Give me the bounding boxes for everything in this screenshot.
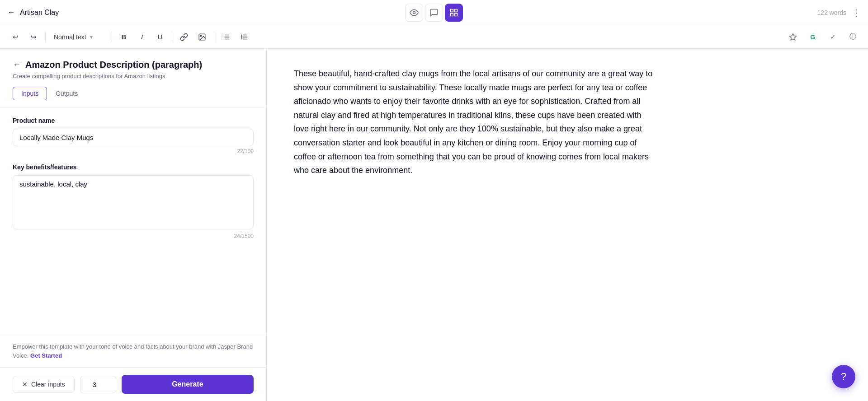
svg-point-0 <box>413 11 415 14</box>
link-button[interactable] <box>176 29 192 45</box>
product-name-label: Product name <box>13 117 254 124</box>
edit-button[interactable] <box>445 4 463 22</box>
svg-rect-4 <box>451 13 453 16</box>
format-select-button[interactable]: Normal text ▼ <box>49 32 108 42</box>
header: ← Artisan Clay 122 words ⋮ <box>0 0 868 25</box>
toolbar-separator-2 <box>112 32 112 42</box>
info-button[interactable]: ⓘ <box>844 29 861 45</box>
header-center-controls <box>405 4 463 22</box>
right-panel: These beautiful, hand-crafted clay mugs … <box>267 49 868 401</box>
toolbar-separator-3 <box>172 32 172 42</box>
toolbar-separator-4 <box>214 32 214 42</box>
editor-content[interactable]: These beautiful, hand-crafted clay mugs … <box>294 67 656 177</box>
clear-inputs-x-icon: ✕ <box>22 381 28 388</box>
help-icon: ? <box>841 371 846 382</box>
quantity-input[interactable] <box>80 376 116 393</box>
grammarly-button[interactable]: G <box>805 29 821 45</box>
svg-point-6 <box>200 35 201 36</box>
italic-button[interactable]: I <box>134 29 150 45</box>
toolbar-separator-1 <box>45 32 46 42</box>
chevron-down-icon: ▼ <box>89 34 94 40</box>
panel-footer: ✕ Clear inputs Generate <box>0 367 266 401</box>
panel-title: Amazon Product Description (paragraph) <box>25 60 202 70</box>
panel-back-button[interactable]: ← <box>13 60 21 70</box>
preview-button[interactable] <box>405 4 423 22</box>
brand-voice-link[interactable]: Get Started <box>30 352 62 359</box>
features-field-group: Key benefits/features 24/1500 <box>13 163 254 239</box>
panel-body: Product name 22/100 Key benefits/feature… <box>0 108 266 335</box>
svg-rect-3 <box>455 13 458 16</box>
magic-button[interactable] <box>785 29 801 45</box>
more-options-button[interactable]: ⋮ <box>852 7 861 18</box>
tabs: Inputs Outputs <box>13 87 254 100</box>
header-left: ← Artisan Clay <box>7 8 59 17</box>
clear-inputs-button[interactable]: ✕ Clear inputs <box>13 376 75 393</box>
generate-button[interactable]: Generate <box>122 375 254 394</box>
help-fab-button[interactable]: ? <box>832 365 855 388</box>
product-name-input[interactable] <box>13 129 254 146</box>
word-count: 122 words <box>817 9 846 16</box>
svg-rect-1 <box>451 9 453 12</box>
tab-outputs[interactable]: Outputs <box>47 87 86 100</box>
bullet-list-button[interactable] <box>218 29 234 45</box>
format-select-label: Normal text <box>54 33 86 41</box>
product-name-char-count: 22/100 <box>13 148 254 154</box>
undo-button[interactable]: ↩ <box>7 29 24 45</box>
check-button[interactable]: ✓ <box>825 29 841 45</box>
features-char-count: 24/1500 <box>13 233 254 239</box>
numbered-list-button[interactable] <box>236 29 252 45</box>
back-button[interactable]: ← <box>7 8 15 17</box>
underline-button[interactable]: U <box>152 29 168 45</box>
clear-inputs-label: Clear inputs <box>31 381 65 388</box>
editor-paragraph[interactable]: These beautiful, hand-crafted clay mugs … <box>294 67 656 177</box>
header-right: 122 words ⋮ <box>817 7 861 18</box>
app-title: Artisan Clay <box>20 9 59 17</box>
svg-marker-16 <box>790 33 797 40</box>
panel-back: ← Amazon Product Description (paragraph) <box>13 60 254 70</box>
bold-button[interactable]: B <box>116 29 132 45</box>
product-name-field-group: Product name 22/100 <box>13 117 254 154</box>
toolbar: ↩ ↪ Normal text ▼ B I U <box>0 25 868 49</box>
features-label: Key benefits/features <box>13 163 254 171</box>
features-input[interactable] <box>13 175 254 229</box>
redo-button[interactable]: ↪ <box>25 29 42 45</box>
left-panel: ← Amazon Product Description (paragraph)… <box>0 49 267 401</box>
panel-subtitle: Create compelling product descriptions f… <box>13 73 254 79</box>
panel-header: ← Amazon Product Description (paragraph)… <box>0 49 266 108</box>
brand-voice-section: Empower this template with your tone of … <box>0 335 266 367</box>
image-button[interactable] <box>194 29 210 45</box>
svg-rect-2 <box>455 9 458 12</box>
main-content: ← Amazon Product Description (paragraph)… <box>0 49 868 401</box>
comments-button[interactable] <box>425 4 443 22</box>
tab-inputs[interactable]: Inputs <box>13 87 47 100</box>
toolbar-right: G ✓ ⓘ <box>785 29 861 45</box>
